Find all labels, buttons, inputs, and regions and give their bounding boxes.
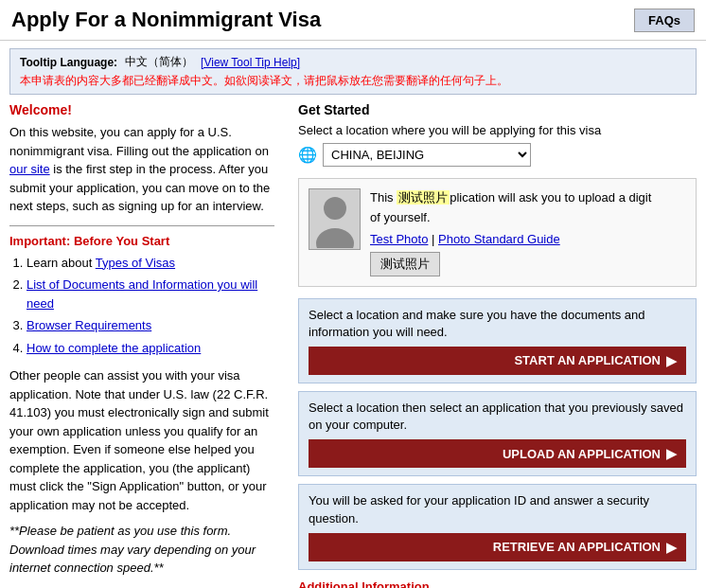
- location-select-row: 🌐 CHINA, BEIJING: [298, 143, 697, 167]
- location-select[interactable]: CHINA, BEIJING: [323, 143, 531, 167]
- additional-header: Additional Information: [298, 579, 697, 588]
- start-application-label: START AN APPLICATION: [514, 353, 661, 367]
- left-column: Welcome! On this website, you can apply …: [9, 102, 289, 588]
- retrieve-application-block: You will be asked for your application I…: [298, 484, 697, 569]
- start-application-button[interactable]: START AN APPLICATION ▶: [309, 347, 686, 375]
- globe-icon: 🌐: [298, 146, 317, 164]
- retrieve-application-text: You will be asked for your application I…: [309, 492, 686, 526]
- pipe-separator: |: [432, 232, 438, 246]
- retrieve-application-arrow: ▶: [666, 540, 677, 555]
- location-label: Select a location where you will be appl…: [298, 123, 697, 137]
- photo-section: This 测试照片plication will ask you to uploa…: [298, 178, 697, 287]
- important-header: Important: Before You Start: [9, 234, 274, 248]
- upload-application-label: UPLOAD AN APPLICATION: [503, 447, 661, 461]
- list-item: List of Documents and Information you wi…: [26, 276, 274, 312]
- retrieve-application-button[interactable]: RETRIEVE AN APPLICATION ▶: [309, 533, 686, 561]
- our-site-link[interactable]: our site: [9, 162, 50, 176]
- upload-application-block: Select a location then select an applica…: [298, 391, 697, 476]
- how-to-complete-link[interactable]: How to complete the application: [26, 341, 201, 355]
- right-column: Get Started Select a location where you …: [289, 102, 697, 588]
- upload-application-arrow: ▶: [666, 446, 677, 461]
- person-silhouette: [311, 191, 359, 248]
- tooltip-bar: Tooltip Language: 中文（简体） [View Tool Tip …: [9, 48, 697, 95]
- list-of-documents-link[interactable]: List of Documents and Information you wi…: [26, 277, 257, 311]
- svg-point-0: [324, 197, 346, 220]
- photo-highlight: 测试照片: [397, 190, 450, 205]
- types-of-visas-link[interactable]: Types of Visas: [96, 256, 175, 270]
- body-text: Other people can assist you with your vi…: [9, 366, 274, 514]
- photo-text: This 测试照片plication will ask you to uploa…: [370, 188, 651, 228]
- tooltip-label: Tooltip Language:: [20, 56, 117, 69]
- photo-links: Test Photo | Photo Standard Guide: [370, 232, 651, 246]
- start-application-block: Select a location and make sure you have…: [298, 298, 697, 383]
- main-content: Welcome! On this website, you can apply …: [0, 102, 706, 588]
- photo-text-area: This 测试照片plication will ask you to uploa…: [370, 188, 651, 276]
- welcome-text: On this website, you can apply for a U.S…: [9, 123, 274, 216]
- upload-application-button[interactable]: UPLOAD AN APPLICATION ▶: [309, 439, 686, 468]
- page-title: Apply For a Nonimmigrant Visa: [11, 8, 321, 32]
- retrieve-application-label: RETRIEVE AN APPLICATION: [493, 540, 661, 554]
- start-application-arrow: ▶: [666, 353, 677, 368]
- list-item: Browser Requirements: [26, 316, 274, 335]
- browser-requirements-link[interactable]: Browser Requirements: [26, 318, 151, 332]
- test-photo-button[interactable]: 测试照片: [370, 252, 440, 276]
- numbered-list: Learn about Types of Visas List of Docum…: [26, 254, 274, 358]
- faqs-button[interactable]: FAQs: [634, 9, 695, 32]
- tooltip-message: 本申请表的内容大多都已经翻译成中文。如欲阅读译文，请把鼠标放在您需要翻译的任何句…: [20, 73, 686, 89]
- additional-section: Additional Information Read more about U…: [298, 579, 697, 588]
- get-started-header: Get Started: [298, 102, 697, 117]
- top-bar: Apply For a Nonimmigrant Visa FAQs: [0, 0, 706, 41]
- view-tooltip-help-link[interactable]: [View Tool Tip Help]: [201, 56, 300, 69]
- welcome-header: Welcome!: [9, 102, 274, 117]
- upload-application-text: Select a location then select an applica…: [309, 400, 686, 434]
- photo-standard-guide-link[interactable]: Photo Standard Guide: [438, 232, 560, 246]
- start-application-text: Select a location and make sure you have…: [309, 307, 686, 341]
- photo-placeholder: [309, 188, 361, 250]
- test-photo-link[interactable]: Test Photo: [370, 232, 428, 246]
- tooltip-language: 中文（简体）: [125, 54, 193, 70]
- italic-text: **Please be patient as you use this form…: [9, 522, 274, 578]
- list-item: How to complete the application: [26, 339, 274, 358]
- svg-point-1: [316, 228, 354, 248]
- divider-1: [9, 225, 274, 226]
- list-item: Learn about Types of Visas: [26, 254, 274, 273]
